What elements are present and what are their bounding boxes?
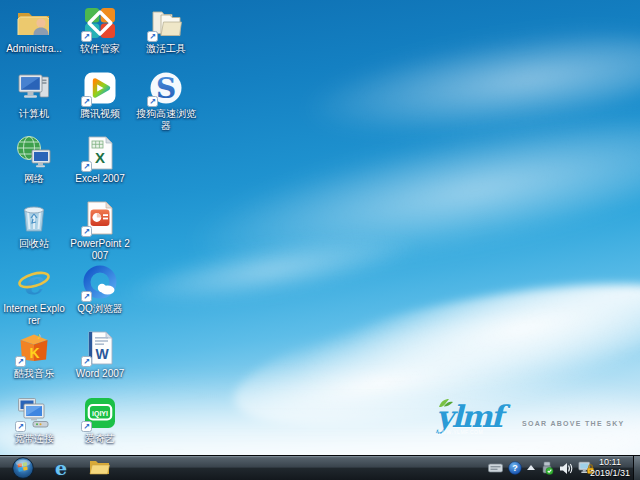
shortcut-arrow-icon: ↗: [81, 291, 92, 302]
icon-label: Excel 2007: [69, 173, 131, 185]
cloud: [184, 91, 640, 298]
show-desktop-button[interactable]: [633, 456, 640, 480]
desktop-icon-broadband[interactable]: ↗宽带连接: [3, 395, 65, 445]
svg-text:X: X: [95, 149, 105, 166]
icon-label: Word 2007: [69, 368, 131, 380]
svg-text:S: S: [156, 72, 176, 105]
shortcut-arrow-icon: ↗: [147, 31, 158, 42]
powerpoint-2007-icon: ↗: [82, 200, 118, 236]
desktop-icon-excel-2007[interactable]: X↗Excel 2007: [69, 135, 131, 185]
volume-tray-icon[interactable]: [559, 462, 573, 475]
desktop-icon-administrator[interactable]: Administra...: [3, 5, 65, 55]
broadband-icon: ↗: [16, 395, 52, 431]
icon-label: 酷我音乐: [3, 368, 65, 380]
computer-icon: [16, 70, 52, 106]
desktop-icon-sogou-browser[interactable]: S↗搜狗高速浏览器: [135, 70, 197, 132]
word-2007-icon: W↗: [82, 330, 118, 366]
icon-label: 网络: [3, 173, 65, 185]
icon-label: PowerPoint 2007: [69, 238, 131, 262]
tencent-video-icon: ↗: [82, 70, 118, 106]
administrator-icon: [16, 5, 52, 41]
svg-text:iQIYI: iQIYI: [92, 410, 108, 418]
desktop-icon-qq-browser[interactable]: ↗QQ浏览器: [69, 265, 131, 315]
desktop-icon-activation-tool[interactable]: ↗激活工具: [135, 5, 197, 55]
desktop-icon-software-manager[interactable]: ↗软件管家: [69, 5, 131, 55]
network-icon: [16, 135, 52, 171]
shortcut-arrow-icon: ↗: [81, 356, 92, 367]
recycle-bin-icon: [16, 200, 52, 236]
desktop-wallpaper: Administra... ↗软件管家 ↗激活工具 计算机 ↗腾讯视频 S↗搜狗…: [0, 0, 640, 480]
ie-icon: e: [55, 458, 67, 479]
qq-browser-icon: ↗: [82, 265, 118, 301]
icon-label: 软件管家: [69, 43, 131, 55]
software-manager-icon: ↗: [82, 5, 118, 41]
shortcut-arrow-icon: ↗: [147, 96, 158, 107]
icon-label: QQ浏览器: [69, 303, 131, 315]
icon-label: 爱奇艺: [69, 433, 131, 445]
leaf-icon: [438, 395, 454, 413]
activation-tool-icon: ↗: [148, 5, 184, 41]
start-button[interactable]: [4, 456, 42, 480]
clock-date: 2019/1/31: [590, 468, 630, 479]
taskbar: e ?: [0, 455, 640, 480]
shortcut-arrow-icon: ↗: [81, 161, 92, 172]
sogou-browser-icon: S↗: [148, 70, 184, 106]
shortcut-arrow-icon: ↗: [81, 31, 92, 42]
excel-2007-icon: X↗: [82, 135, 118, 171]
icon-label: 回收站: [3, 238, 65, 250]
input-keyboard-tray-icon[interactable]: [488, 463, 503, 473]
desktop-icon-word-2007[interactable]: W↗Word 2007: [69, 330, 131, 380]
desktop-icon-recycle-bin[interactable]: 回收站: [3, 200, 65, 250]
shortcut-arrow-icon: ↗: [81, 421, 92, 432]
clock-time: 10:11: [590, 457, 630, 468]
desktop-icon-powerpoint-2007[interactable]: ↗PowerPoint 2007: [69, 200, 131, 262]
svg-text:♪: ♪: [37, 331, 42, 341]
taskbar-clock[interactable]: 10:11 2019/1/31: [590, 457, 630, 480]
desktop-icon-internet-explorer[interactable]: e Internet Explorer: [3, 265, 65, 327]
icon-label: 搜狗高速浏览器: [135, 108, 197, 132]
system-tray: ?: [488, 456, 594, 480]
help-tray-icon[interactable]: ?: [508, 461, 522, 475]
icon-label: Administra...: [3, 43, 65, 55]
icon-label: 宽带连接: [3, 433, 65, 445]
taskbar-explorer-button[interactable]: [80, 456, 118, 480]
shortcut-arrow-icon: ↗: [81, 96, 92, 107]
show-hidden-icons-button[interactable]: [527, 467, 535, 470]
brand-tagline: SOAR ABOVE THE SKY: [522, 420, 625, 427]
desktop-icon-computer[interactable]: 计算机: [3, 70, 65, 120]
cloud: [118, 222, 422, 318]
cloud: [296, 14, 640, 156]
ylmf-logo: ylmf www.ylmf.com SOAR ABOVE THE SKY: [436, 402, 616, 444]
shortcut-arrow-icon: ↗: [81, 226, 92, 237]
iqiyi-icon: iQIYI↗: [82, 395, 118, 431]
shortcut-arrow-icon: ↗: [15, 356, 26, 367]
desktop-icon-kuwo-music[interactable]: K ♪↗酷我音乐: [3, 330, 65, 380]
icon-label: 计算机: [3, 108, 65, 120]
kuwo-music-icon: K ♪↗: [16, 330, 52, 366]
desktop-icon-iqiyi[interactable]: iQIYI↗爱奇艺: [69, 395, 131, 445]
internet-explorer-icon: e: [16, 265, 52, 301]
icon-label: 腾讯视频: [69, 108, 131, 120]
desktop-icon-tencent-video[interactable]: ↗腾讯视频: [69, 70, 131, 120]
taskbar-ie-button[interactable]: e: [42, 456, 80, 480]
icon-label: Internet Explorer: [3, 303, 65, 327]
svg-text:K: K: [29, 345, 39, 361]
folder-icon: [89, 458, 110, 479]
svg-text:W: W: [95, 346, 109, 362]
icon-label: 激活工具: [135, 43, 197, 55]
shortcut-arrow-icon: ↗: [15, 421, 26, 432]
usb-device-tray-icon[interactable]: [540, 461, 554, 475]
svg-text:?: ?: [512, 463, 518, 473]
desktop-icon-network[interactable]: 网络: [3, 135, 65, 185]
